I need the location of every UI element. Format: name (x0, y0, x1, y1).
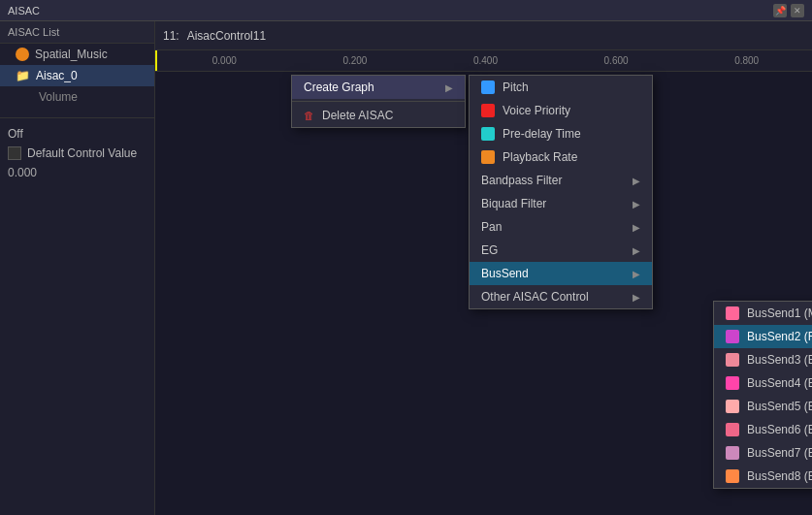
bussend3-label: BusSend3 (BUS2) (747, 353, 812, 367)
create-graph-item[interactable]: Create Graph ▶ (292, 76, 465, 99)
bussend2-label: BusSend2 (Reverb) (747, 330, 812, 343)
ruler-mark-3: 0.600 (551, 55, 682, 66)
bussend1-color-icon (726, 306, 739, 320)
bandpass-arrow: ▶ (633, 176, 640, 186)
default-control-checkbox[interactable] (8, 146, 21, 160)
pitch-item[interactable]: Pitch (470, 76, 652, 99)
context-menu-main: Create Graph ▶ 🗑 Delete AISAC (291, 75, 466, 128)
delete-aisac-label: Delete AISAC (322, 109, 393, 122)
aisac-folder-icon: 📁 (16, 69, 30, 82)
off-label: Off (8, 127, 23, 141)
submenu-bussend: BusSend1 (MasterOut) BusSend2 (Reverb) B… (713, 301, 812, 489)
bussend4-label: BusSend4 (BUS3) (747, 376, 812, 390)
voice-priority-label: Voice Priority (503, 104, 570, 117)
ruler-mark-1: 0.200 (290, 55, 421, 66)
bandpass-filter-item[interactable]: Bandpass Filter ▶ (470, 169, 652, 192)
bandpass-label: Bandpass Filter (481, 174, 562, 187)
submenu-graph: Pitch Voice Priority Pre-delay Time Play… (469, 75, 653, 309)
title-bar: AISAC 📌 ✕ (0, 0, 812, 21)
bussend-item[interactable]: BusSend ▶ (470, 262, 652, 285)
aisac0-label: Aisac_0 (36, 69, 78, 82)
center-panel: 11: AisacControl11 0.000 0.200 0.400 0.6… (155, 21, 812, 515)
control-value-display: 0.000 (0, 163, 154, 182)
bussend8-label: BusSend8 (BUS7) (747, 469, 812, 483)
bussend5-color-icon (726, 400, 739, 413)
close-icon[interactable]: ✕ (791, 4, 804, 17)
pitch-label: Pitch (503, 80, 529, 94)
playback-rate-label: Playback Rate (503, 150, 577, 164)
pre-delay-item[interactable]: Pre-delay Time (470, 122, 652, 145)
main-container: AISAC List Spatial_Music 📁 Aisac_0 Volum… (0, 21, 812, 515)
timeline-ruler: 0.000 0.200 0.400 0.600 0.800 (155, 50, 812, 72)
bussend5-item[interactable]: BusSend5 (BUS4) (714, 395, 812, 418)
bussend-label: BusSend (481, 267, 529, 280)
bussend3-color-icon (726, 353, 739, 367)
bussend5-label: BusSend5 (BUS4) (747, 400, 812, 413)
panel-header: AISAC List (0, 21, 154, 44)
bussend4-color-icon (726, 376, 739, 390)
bussend-arrow: ▶ (633, 269, 640, 279)
playback-rate-item[interactable]: Playback Rate (470, 145, 652, 169)
biquad-label: Biquad Filter (481, 197, 546, 210)
off-row: Off (0, 124, 154, 144)
bussend7-color-icon (726, 446, 739, 460)
pan-label: Pan (481, 220, 502, 234)
create-graph-label: Create Graph (304, 80, 374, 94)
left-panel: AISAC List Spatial_Music 📁 Aisac_0 Volum… (0, 21, 155, 515)
pre-delay-label: Pre-delay Time (503, 127, 581, 141)
aisac-header: 11: AisacControl11 (155, 21, 812, 50)
volume-label: Volume (39, 90, 78, 104)
other-aisac-arrow: ▶ (633, 292, 640, 303)
pan-item[interactable]: Pan ▶ (470, 215, 652, 239)
biquad-filter-item[interactable]: Biquad Filter ▶ (470, 192, 652, 215)
create-graph-arrow: ▶ (445, 82, 453, 93)
bussend2-item[interactable]: BusSend2 (Reverb) (714, 325, 812, 348)
playhead (155, 50, 157, 71)
default-control-label: Default Control Value (27, 146, 137, 160)
bussend7-label: BusSend7 (BUS6) (747, 446, 812, 460)
delete-aisac-item[interactable]: 🗑 Delete AISAC (292, 104, 465, 127)
bussend6-item[interactable]: BusSend6 (BUS5) (714, 418, 812, 441)
tree-item-spatial-music[interactable]: Spatial_Music (0, 44, 154, 65)
pin-icon[interactable]: 📌 (773, 4, 787, 17)
bussend6-color-icon (726, 423, 739, 436)
bussend3-item[interactable]: BusSend3 (BUS2) (714, 348, 812, 371)
voice-priority-color-icon (481, 104, 495, 117)
default-control-row: Default Control Value (0, 144, 154, 163)
bussend6-label: BusSend6 (BUS5) (747, 423, 812, 436)
ruler-mark-0: 0.000 (159, 55, 290, 66)
bussend1-item[interactable]: BusSend1 (MasterOut) (714, 302, 812, 325)
pitch-color-icon (481, 80, 495, 94)
biquad-arrow: ▶ (633, 199, 640, 209)
bussend8-item[interactable]: BusSend8 (BUS7) (714, 465, 812, 488)
spatial-music-label: Spatial_Music (35, 48, 108, 61)
ruler-marks: 0.000 0.200 0.400 0.600 0.800 (155, 55, 812, 66)
eg-label: EG (481, 243, 498, 257)
bussend1-label: BusSend1 (MasterOut) (747, 306, 812, 320)
bussend8-color-icon (726, 469, 739, 483)
volume-item[interactable]: Volume (0, 86, 154, 108)
pre-delay-color-icon (481, 127, 495, 141)
bussend2-color-icon (726, 330, 739, 343)
aisac-id: 11: (163, 29, 179, 43)
ruler-mark-2: 0.400 (420, 55, 551, 66)
pan-arrow: ▶ (633, 222, 640, 233)
eg-arrow: ▶ (633, 245, 640, 256)
aisac-control-name: AisacControl11 (187, 29, 266, 43)
tree-item-aisac0[interactable]: 📁 Aisac_0 (0, 65, 154, 86)
voice-priority-item[interactable]: Voice Priority (470, 99, 652, 122)
trash-icon: 🗑 (304, 110, 314, 121)
bussend7-item[interactable]: BusSend7 (BUS6) (714, 441, 812, 465)
spatial-music-icon (16, 48, 29, 61)
eg-item[interactable]: EG ▶ (470, 239, 652, 262)
other-aisac-label: Other AISAC Control (481, 290, 589, 304)
ruler-mark-4: 0.800 (681, 55, 812, 66)
playback-rate-color-icon (481, 150, 495, 164)
other-aisac-item[interactable]: Other AISAC Control ▶ (470, 285, 652, 308)
menu-separator (292, 101, 465, 102)
app-title: AISAC (8, 5, 40, 16)
title-bar-icons: 📌 ✕ (773, 4, 804, 17)
bussend4-item[interactable]: BusSend4 (BUS3) (714, 371, 812, 395)
